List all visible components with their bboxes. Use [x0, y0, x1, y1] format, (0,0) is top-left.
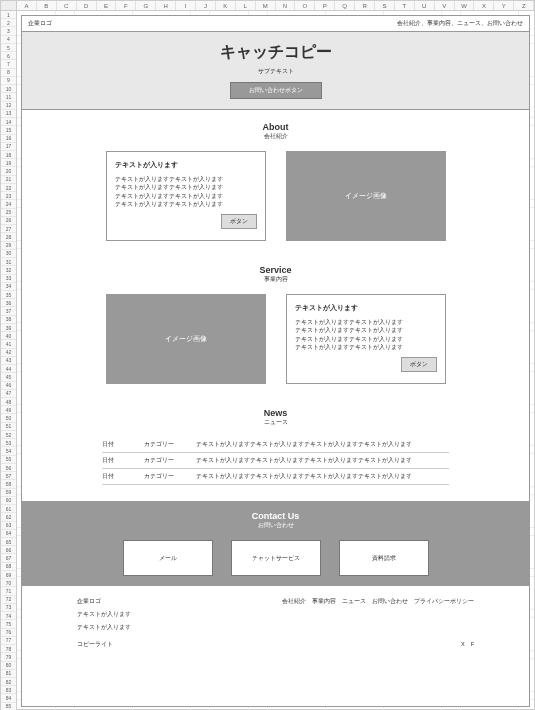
row-header[interactable]: 52: [1, 431, 16, 439]
row-header[interactable]: 42: [1, 349, 16, 357]
row-header[interactable]: 73: [1, 604, 16, 612]
row-header[interactable]: 81: [1, 670, 16, 678]
row-header[interactable]: 69: [1, 571, 16, 579]
row-header[interactable]: 5: [1, 44, 16, 52]
footer-link[interactable]: 会社紹介: [282, 598, 306, 605]
row-header[interactable]: 38: [1, 316, 16, 324]
row-header[interactable]: 22: [1, 184, 16, 192]
row-header[interactable]: 76: [1, 629, 16, 637]
row-header[interactable]: 48: [1, 398, 16, 406]
row-header[interactable]: 13: [1, 110, 16, 118]
row-header[interactable]: 45: [1, 373, 16, 381]
row-header[interactable]: 57: [1, 472, 16, 480]
col-header[interactable]: K: [216, 1, 236, 10]
col-header[interactable]: L: [236, 1, 256, 10]
row-header[interactable]: 83: [1, 686, 16, 694]
row-header[interactable]: 25: [1, 209, 16, 217]
row-header[interactable]: 39: [1, 324, 16, 332]
row-header[interactable]: 74: [1, 612, 16, 620]
row-header[interactable]: 6: [1, 52, 16, 60]
news-row[interactable]: 日付カテゴリーテキストが入りますテキストが入りますテキストが入りますテキストが入…: [102, 437, 449, 453]
col-header[interactable]: W: [455, 1, 475, 10]
row-header[interactable]: 40: [1, 332, 16, 340]
footer-link[interactable]: お問い合わせ: [372, 598, 408, 605]
footer-link[interactable]: 事業内容: [312, 598, 336, 605]
footer-link[interactable]: プライバシーポリシー: [414, 598, 474, 605]
col-header[interactable]: M: [256, 1, 276, 10]
row-header[interactable]: 4: [1, 36, 16, 44]
row-header[interactable]: 35: [1, 291, 16, 299]
social-icons[interactable]: X F: [461, 641, 474, 648]
contact-mail[interactable]: メール: [123, 540, 213, 576]
col-header[interactable]: Z: [514, 1, 534, 10]
row-header[interactable]: 44: [1, 365, 16, 373]
col-header[interactable]: D: [77, 1, 97, 10]
row-header[interactable]: 23: [1, 192, 16, 200]
footer-links[interactable]: 会社紹介事業内容ニュースお問い合わせプライバシーポリシー: [282, 598, 474, 605]
col-header[interactable]: R: [355, 1, 375, 10]
col-header[interactable]: P: [315, 1, 335, 10]
row-header[interactable]: 70: [1, 579, 16, 587]
contact-material[interactable]: 資料請求: [339, 540, 429, 576]
row-header[interactable]: 30: [1, 250, 16, 258]
row-header[interactable]: 7: [1, 60, 16, 68]
row-header[interactable]: 78: [1, 645, 16, 653]
row-header[interactable]: 82: [1, 678, 16, 686]
row-header[interactable]: 37: [1, 307, 16, 315]
row-header[interactable]: 55: [1, 456, 16, 464]
col-header[interactable]: J: [196, 1, 216, 10]
row-header[interactable]: 84: [1, 694, 16, 702]
row-header[interactable]: 66: [1, 546, 16, 554]
row-header[interactable]: 9: [1, 77, 16, 85]
row-header[interactable]: 24: [1, 200, 16, 208]
footer-link[interactable]: ニュース: [342, 598, 366, 605]
col-header[interactable]: B: [37, 1, 57, 10]
service-button[interactable]: ボタン: [401, 357, 437, 372]
row-header[interactable]: 64: [1, 530, 16, 538]
row-header[interactable]: 36: [1, 299, 16, 307]
row-header[interactable]: 79: [1, 653, 16, 661]
row-header[interactable]: 19: [1, 159, 16, 167]
row-header[interactable]: 33: [1, 275, 16, 283]
row-header[interactable]: 63: [1, 522, 16, 530]
col-header[interactable]: I: [176, 1, 196, 10]
row-header[interactable]: 60: [1, 497, 16, 505]
row-header[interactable]: 77: [1, 637, 16, 645]
row-header[interactable]: 2: [1, 19, 16, 27]
row-header[interactable]: 21: [1, 176, 16, 184]
row-header[interactable]: 27: [1, 225, 16, 233]
col-header[interactable]: E: [97, 1, 117, 10]
row-header[interactable]: 8: [1, 69, 16, 77]
row-header[interactable]: 80: [1, 662, 16, 670]
row-header[interactable]: 49: [1, 406, 16, 414]
row-header[interactable]: 68: [1, 563, 16, 571]
row-header[interactable]: 56: [1, 464, 16, 472]
row-header[interactable]: 3: [1, 27, 16, 35]
col-header[interactable]: C: [57, 1, 77, 10]
col-header[interactable]: G: [136, 1, 156, 10]
row-header[interactable]: 58: [1, 480, 16, 488]
col-header[interactable]: A: [17, 1, 37, 10]
col-header[interactable]: Y: [494, 1, 514, 10]
row-header[interactable]: 15: [1, 126, 16, 134]
row-header[interactable]: 59: [1, 489, 16, 497]
col-header[interactable]: O: [295, 1, 315, 10]
row-header[interactable]: 14: [1, 118, 16, 126]
row-header[interactable]: 85: [1, 703, 16, 710]
row-header[interactable]: 41: [1, 340, 16, 348]
row-header[interactable]: 53: [1, 439, 16, 447]
col-header[interactable]: N: [276, 1, 296, 10]
col-header[interactable]: T: [395, 1, 415, 10]
about-button[interactable]: ボタン: [221, 214, 257, 229]
col-header[interactable]: Q: [335, 1, 355, 10]
select-all-corner[interactable]: [1, 1, 17, 10]
row-header[interactable]: 65: [1, 538, 16, 546]
row-header[interactable]: 11: [1, 93, 16, 101]
row-header[interactable]: 47: [1, 390, 16, 398]
col-header[interactable]: V: [435, 1, 455, 10]
row-header[interactable]: 10: [1, 85, 16, 93]
col-header[interactable]: U: [415, 1, 435, 10]
news-row[interactable]: 日付カテゴリーテキストが入りますテキストが入りますテキストが入りますテキストが入…: [102, 453, 449, 469]
row-header[interactable]: 51: [1, 423, 16, 431]
col-header[interactable]: H: [156, 1, 176, 10]
